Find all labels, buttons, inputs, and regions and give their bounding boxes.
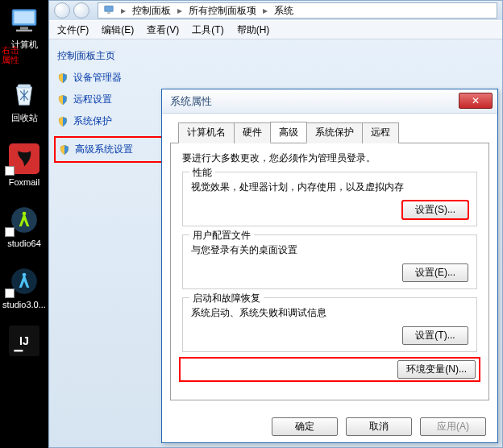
group-startup-recovery: 启动和故障恢复 系统启动、系统失败和调试信息 设置(T)... bbox=[182, 297, 477, 352]
menu-tools[interactable]: 工具(T) bbox=[192, 23, 223, 37]
close-icon: ✕ bbox=[472, 95, 480, 106]
apply-button[interactable]: 应用(A) bbox=[420, 417, 486, 436]
svg-text:IJ: IJ bbox=[19, 334, 29, 347]
group-title: 启动和故障恢复 bbox=[189, 292, 264, 305]
desktop-ij-item[interactable]: IJ bbox=[0, 321, 48, 363]
tab-computer-name[interactable]: 计算机名 bbox=[178, 122, 235, 143]
shield-icon bbox=[57, 73, 69, 84]
svg-rect-12 bbox=[14, 350, 23, 351]
sidebar-item-label: 系统保护 bbox=[73, 114, 112, 128]
tab-advanced[interactable]: 高级 bbox=[270, 122, 307, 143]
computer-icon bbox=[7, 3, 41, 37]
shortcut-overlay-icon: ↗ bbox=[5, 227, 15, 237]
tab-body: 要进行大多数更改，您必须作为管理员登录。 性能 视觉效果，处理器计划，内存使用，… bbox=[170, 143, 489, 400]
svg-rect-2 bbox=[20, 27, 28, 29]
nav-back-button[interactable] bbox=[54, 2, 70, 19]
svg-point-7 bbox=[23, 212, 27, 216]
tab-system-protection[interactable]: 系统保护 bbox=[306, 122, 363, 143]
dialog-tabs: 计算机名 硬件 高级 系统保护 远程 bbox=[178, 122, 489, 143]
profile-settings-button[interactable]: 设置(E)... bbox=[402, 263, 468, 282]
breadcrumb[interactable]: ▸ 控制面板 ▸ 所有控制面板项 ▸ 系统 bbox=[98, 2, 497, 19]
recycle-bin-icon bbox=[7, 77, 41, 110]
shield-icon bbox=[57, 116, 69, 127]
svg-rect-14 bbox=[107, 12, 110, 13]
sidebar-item-label: 高级系统设置 bbox=[75, 143, 133, 156]
shortcut-overlay-icon: ↗ bbox=[5, 166, 15, 176]
menubar: 文件(F) 编辑(E) 查看(V) 工具(T) 帮助(H) bbox=[49, 20, 502, 39]
annotation-right-click: 右击 属性 bbox=[2, 45, 19, 64]
menu-view[interactable]: 查看(V) bbox=[147, 23, 179, 37]
startup-settings-button[interactable]: 设置(T)... bbox=[402, 326, 468, 345]
environment-variables-button[interactable]: 环境变量(N)... bbox=[397, 360, 476, 379]
tab-remote[interactable]: 远程 bbox=[362, 122, 399, 143]
recycle-label: 回收站 bbox=[0, 112, 48, 124]
shortcut-overlay-icon: ↗ bbox=[5, 288, 15, 298]
svg-rect-1 bbox=[15, 11, 35, 23]
desktop-computer-item[interactable]: 计算机 右击 属性 bbox=[0, 0, 48, 54]
svg-rect-4 bbox=[18, 85, 31, 88]
sidebar-item-device-manager[interactable]: 设备管理器 bbox=[57, 71, 202, 85]
sidebar-heading[interactable]: 控制面板主页 bbox=[57, 49, 202, 63]
studio30-label: studio3.0... bbox=[0, 300, 48, 309]
desktop-foxmail-item[interactable]: ↗ Foxmail bbox=[0, 139, 48, 190]
group-user-profile: 用户配置文件 与您登录有关的桌面设置 设置(E)... bbox=[182, 234, 477, 289]
group-description: 系统启动、系统失败和调试信息 bbox=[191, 306, 468, 320]
shield-icon bbox=[59, 144, 70, 156]
studio64-label: studio64 bbox=[0, 239, 48, 248]
dialog-close-button[interactable]: ✕ bbox=[459, 93, 493, 109]
breadcrumb-computer-icon bbox=[103, 4, 114, 18]
breadcrumb-level3[interactable]: 系统 bbox=[274, 4, 293, 18]
dialog-title: 系统属性 bbox=[162, 89, 497, 114]
tab-hardware[interactable]: 硬件 bbox=[234, 122, 271, 143]
menu-file[interactable]: 文件(F) bbox=[57, 23, 89, 37]
group-title: 性能 bbox=[189, 166, 215, 180]
group-title: 用户配置文件 bbox=[189, 229, 254, 243]
svg-rect-3 bbox=[16, 30, 32, 32]
cancel-button[interactable]: 取消 bbox=[346, 417, 412, 436]
menu-edit[interactable]: 编辑(E) bbox=[102, 23, 134, 37]
dialog-footer: 确定 取消 应用(A) bbox=[272, 417, 486, 436]
desktop-background: 计算机 右击 属性 回收站 ↗ Foxmail ↗ studio64 ↗ stu… bbox=[0, 0, 48, 448]
admin-note-text: 要进行大多数更改，您必须作为管理员登录。 bbox=[182, 151, 477, 165]
nav-forward-button[interactable] bbox=[73, 2, 89, 19]
env-var-highlight: 环境变量(N)... bbox=[182, 360, 477, 379]
menu-help[interactable]: 帮助(H) bbox=[237, 23, 270, 37]
breadcrumb-root[interactable]: 控制面板 bbox=[132, 4, 171, 18]
svg-point-9 bbox=[23, 273, 27, 277]
breadcrumb-level2[interactable]: 所有控制面板项 bbox=[189, 4, 256, 18]
intellij-icon: IJ bbox=[7, 324, 41, 358]
foxmail-label: Foxmail bbox=[0, 177, 48, 187]
group-performance: 性能 视觉效果，处理器计划，内存使用，以及虚拟内存 设置(S)... bbox=[182, 172, 477, 226]
desktop-studio64-item[interactable]: ↗ studio64 bbox=[0, 200, 48, 251]
shield-icon bbox=[57, 94, 69, 106]
sidebar-item-label: 设备管理器 bbox=[73, 71, 122, 85]
group-description: 与您登录有关的桌面设置 bbox=[191, 243, 468, 257]
svg-rect-13 bbox=[105, 6, 114, 11]
system-properties-dialog: 系统属性 ✕ 计算机名 硬件 高级 系统保护 远程 要进行大多数更改，您必须作为… bbox=[161, 89, 498, 443]
desktop-studio30-item[interactable]: ↗ studio3.0... bbox=[0, 261, 48, 313]
sidebar-item-label: 远程设置 bbox=[73, 93, 112, 106]
group-description: 视觉效果，处理器计划，内存使用，以及虚拟内存 bbox=[191, 180, 468, 194]
performance-settings-button[interactable]: 设置(S)... bbox=[402, 201, 468, 219]
desktop-recycle-item[interactable]: 回收站 bbox=[0, 73, 48, 127]
window-titlebar: ▸ 控制面板 ▸ 所有控制面板项 ▸ 系统 bbox=[49, 1, 502, 20]
ok-button[interactable]: 确定 bbox=[272, 417, 338, 436]
